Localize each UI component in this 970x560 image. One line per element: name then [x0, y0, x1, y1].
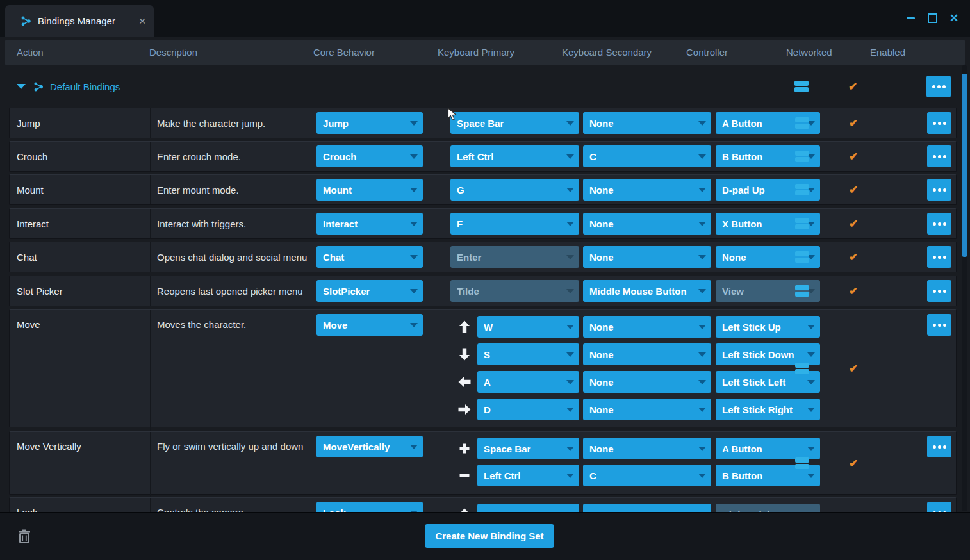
chevron-down-icon — [410, 121, 418, 126]
delete-binding-set-button[interactable] — [18, 529, 31, 544]
dropdown-value: Left Ctrl — [457, 151, 563, 162]
binding-row: Chat Opens chat dialog and social menu C… — [9, 242, 957, 272]
dropdown-value: D-pad Up — [722, 185, 803, 195]
dropdown-value: None — [589, 377, 695, 388]
more-options-button[interactable] — [927, 213, 951, 235]
tab-bindings-manager[interactable]: Bindings Manager ✕ — [5, 5, 154, 37]
keyboard-secondary-dropdown[interactable]: Middle Mouse Button — [583, 280, 711, 302]
enabled-checkbox[interactable]: ✔ — [849, 457, 858, 468]
enabled-checkbox[interactable]: ✔ — [849, 218, 858, 229]
vertical-scrollbar-track[interactable] — [962, 65, 967, 511]
vertical-scrollbar-thumb[interactable] — [962, 74, 967, 257]
enabled-checkbox[interactable]: ✔ — [849, 252, 858, 263]
keyboard-secondary-dropdown[interactable]: None — [583, 343, 711, 365]
networked-icon[interactable] — [795, 284, 809, 297]
action-description: Enter mount mode. — [151, 175, 311, 204]
keyboard-secondary-dropdown[interactable]: None — [583, 371, 711, 393]
chevron-down-icon — [698, 352, 706, 357]
networked-icon[interactable] — [795, 117, 809, 129]
networked-icon[interactable] — [795, 150, 809, 163]
keyboard-secondary-dropdown[interactable]: None — [583, 316, 711, 338]
chevron-down-icon — [698, 289, 706, 293]
enabled-checkbox[interactable]: ✔ — [849, 363, 858, 374]
enabled-checkbox[interactable]: ✔ — [849, 286, 858, 297]
more-options-button[interactable] — [927, 280, 951, 302]
binding-set-icon — [33, 81, 44, 92]
action-name: Jump — [10, 108, 151, 138]
networked-icon[interactable] — [794, 80, 809, 93]
more-options-button[interactable] — [927, 145, 951, 167]
core-behavior-dropdown[interactable]: Move — [316, 314, 423, 336]
chevron-down-icon — [410, 289, 418, 293]
enabled-checkbox[interactable]: ✔ — [849, 118, 858, 129]
keyboard-secondary-dropdown[interactable]: None — [583, 213, 711, 235]
keyboard-secondary-dropdown[interactable]: None — [583, 112, 711, 134]
close-button[interactable]: ✕ — [948, 12, 960, 24]
core-behavior-dropdown[interactable]: Crouch — [316, 145, 423, 167]
tab-close-icon[interactable]: ✕ — [138, 16, 146, 26]
keyboard-primary-dropdown[interactable]: Tilde — [450, 280, 579, 302]
maximize-button[interactable] — [926, 12, 938, 24]
keyboard-primary-dropdown[interactable]: A — [477, 371, 579, 393]
keyboard-secondary-dropdown[interactable]: C — [583, 145, 711, 167]
more-options-button[interactable] — [927, 436, 951, 457]
more-options-button[interactable] — [927, 112, 951, 134]
enabled-checkbox[interactable]: ✔ — [849, 151, 858, 162]
dropdown-value: View — [722, 286, 803, 297]
more-options-button[interactable] — [926, 76, 951, 97]
core-behavior-dropdown[interactable]: Mount — [316, 179, 423, 201]
binding-row: Crouch Enter crouch mode. Crouch Left Ct… — [9, 141, 957, 172]
enabled-checkbox[interactable]: ✔ — [848, 81, 857, 92]
dropdown-value: None — [589, 118, 695, 129]
keyboard-primary-dropdown[interactable]: Space Bar — [477, 438, 579, 459]
minimize-button[interactable] — [905, 12, 916, 24]
keyboard-secondary-dropdown[interactable]: None — [583, 179, 711, 201]
keyboard-secondary-dropdown[interactable]: None — [583, 399, 711, 420]
networked-icon[interactable] — [795, 457, 809, 470]
keyboard-primary-dropdown[interactable]: F — [450, 213, 579, 235]
action-name: Mount — [10, 175, 151, 204]
core-behavior-dropdown[interactable]: MoveVertically — [316, 436, 423, 457]
networked-icon[interactable] — [795, 362, 809, 375]
controller-dropdown[interactable]: Left Stick Right — [716, 399, 820, 420]
more-options-button[interactable] — [927, 179, 951, 201]
more-options-button[interactable] — [927, 246, 951, 268]
core-behavior-dropdown[interactable]: Chat — [316, 246, 423, 268]
keyboard-primary-dropdown[interactable]: Space Bar — [450, 112, 579, 134]
chevron-down-icon — [698, 380, 706, 384]
chevron-down-icon — [566, 222, 574, 226]
chevron-down-icon — [807, 380, 815, 384]
keyboard-primary-dropdown[interactable]: S — [477, 343, 579, 365]
chevron-down-icon — [566, 121, 574, 126]
more-options-button[interactable] — [927, 314, 951, 336]
chevron-down-icon — [698, 188, 706, 192]
networked-icon[interactable] — [795, 217, 809, 230]
networked-icon[interactable] — [795, 183, 809, 196]
core-behavior-dropdown[interactable]: Interact — [316, 213, 423, 235]
dropdown-value: B Button — [722, 470, 803, 481]
keyboard-secondary-dropdown[interactable]: None — [583, 246, 711, 268]
dropdown-value: Tilde — [457, 286, 563, 297]
keyboard-primary-dropdown[interactable]: W — [477, 316, 579, 338]
create-new-binding-set-button[interactable]: Create New Binding Set — [425, 524, 554, 548]
action-description: Reopens last opened picker menu — [151, 276, 311, 306]
networked-icon[interactable] — [795, 251, 809, 263]
keyboard-primary-dropdown[interactable]: Enter — [450, 246, 579, 268]
col-core-behavior: Core Behavior — [313, 47, 375, 58]
col-networked: Networked — [786, 47, 832, 58]
keyboard-secondary-dropdown[interactable]: C — [583, 465, 711, 486]
col-keyboard-primary: Keyboard Primary — [438, 47, 514, 58]
enabled-checkbox[interactable]: ✔ — [849, 185, 858, 195]
chevron-down-icon — [410, 154, 418, 159]
col-controller: Controller — [686, 47, 728, 58]
action-description: Make the character jump. — [151, 108, 311, 138]
core-behavior-dropdown[interactable]: SlotPicker — [316, 280, 423, 302]
keyboard-primary-dropdown[interactable]: D — [477, 399, 579, 420]
keyboard-primary-dropdown[interactable]: Left Ctrl — [477, 465, 579, 486]
controller-dropdown[interactable]: Left Stick Up — [716, 316, 820, 338]
collapse-toggle-icon[interactable] — [17, 84, 26, 89]
keyboard-primary-dropdown[interactable]: Left Ctrl — [450, 145, 579, 167]
keyboard-primary-dropdown[interactable]: G — [450, 179, 579, 201]
core-behavior-dropdown[interactable]: Jump — [316, 112, 423, 134]
keyboard-secondary-dropdown[interactable]: None — [583, 438, 711, 459]
